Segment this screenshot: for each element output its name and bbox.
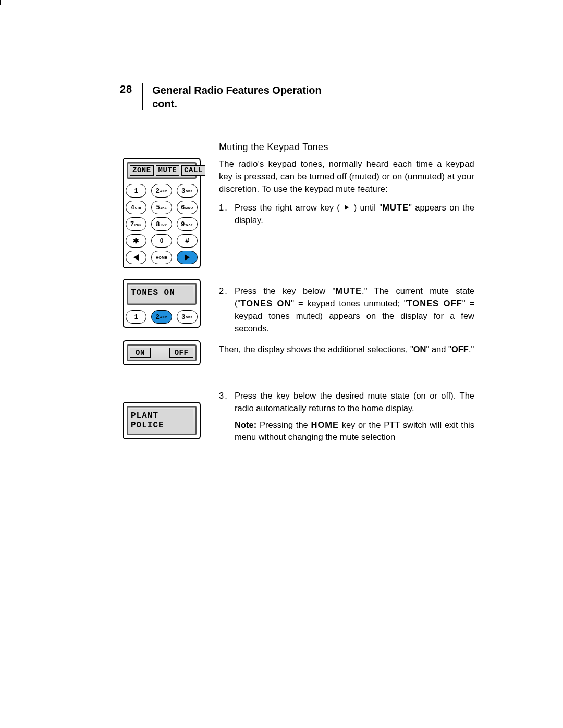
key-home[interactable]: HOME: [151, 251, 172, 264]
key-1-b[interactable]: 1: [126, 310, 146, 324]
key-8[interactable]: 8TUV: [151, 217, 172, 231]
key-4[interactable]: 4GHI: [126, 201, 146, 214]
step-2-num: 2.: [219, 285, 235, 335]
lcd-softkey-zone: ZONE: [130, 165, 154, 176]
key-2[interactable]: 2ABC: [151, 184, 172, 198]
device-illustration-1: ZONE MUTE CALL 1 2ABC 3DEF 4GHI 5JKL 6MN…: [123, 158, 201, 268]
lcd-screen-4: PLANT POLICE: [127, 406, 197, 435]
key-right-arrow[interactable]: [177, 251, 198, 264]
page-title: General Radio Features Operation cont.: [152, 83, 322, 110]
lcd-screen-1: ZONE MUTE CALL: [127, 162, 197, 179]
step-3-text: Press the key below the desired mute sta…: [235, 390, 474, 415]
lcd-screen-2: TONES ON: [127, 283, 197, 305]
step-1-text: Press the right arrow key ( ) until "MUT…: [235, 202, 474, 227]
step-2-text: Press the key below "MUTE." The current …: [235, 285, 474, 335]
header-divider: [142, 83, 143, 110]
key-0[interactable]: 0: [151, 234, 172, 248]
lcd-text-plant-police: PLANT POLICE: [130, 409, 193, 432]
key-star[interactable]: [126, 234, 146, 248]
left-arrow-icon: [133, 254, 139, 261]
key-9[interactable]: 9WXY: [177, 217, 198, 231]
key-7[interactable]: 7PRS: [126, 217, 146, 231]
key-3[interactable]: 3DEF: [177, 184, 198, 198]
key-6[interactable]: 6MNO: [177, 201, 198, 214]
key-hash[interactable]: [177, 234, 198, 248]
step-3: 3. Press the key below the desired mute …: [219, 390, 474, 415]
step-3-num: 3.: [219, 390, 235, 415]
step-1-num: 1.: [219, 202, 235, 227]
keypad-partial: 1 2ABC 3DEF: [127, 310, 197, 324]
device-illustration-4: PLANT POLICE: [123, 402, 201, 439]
note-label: Note:: [235, 420, 256, 429]
lcd-text-tones-on: TONES ON: [130, 286, 193, 302]
right-arrow-icon-inline: [345, 205, 349, 210]
page-number: 28: [120, 83, 142, 95]
lcd-softkey-on: ON: [130, 348, 151, 358]
device-illustration-2: TONES ON 1 2ABC 3DEF: [123, 279, 201, 328]
title-line-1: General Radio Features Operation: [152, 83, 322, 97]
section-subtitle: Muting the Keypad Tones: [219, 142, 474, 153]
device-illustration-3: ON OFF: [123, 340, 201, 365]
then-paragraph: Then, the display shows the additional s…: [219, 343, 474, 356]
step-1: 1. Press the right arrow key ( ) until "…: [219, 202, 474, 227]
lcd-softkey-call: CALL: [181, 165, 205, 176]
step-2: 2. Press the key below "MUTE." The curre…: [219, 285, 474, 335]
lcd-softkey-off: OFF: [169, 348, 193, 358]
crop-mark-top: [0, 0, 1, 5]
lcd-softkey-mute: MUTE: [156, 165, 180, 176]
page-header: 28 General Radio Features Operation cont…: [120, 83, 474, 110]
key-5[interactable]: 5JKL: [151, 201, 172, 214]
intro-paragraph: The radio's keypad tones, normally heard…: [219, 158, 474, 195]
lcd-screen-3: ON OFF: [127, 344, 197, 361]
key-3-b[interactable]: 3DEF: [177, 310, 198, 324]
keypad-full: 1 2ABC 3DEF 4GHI 5JKL 6MNO 7PRS 8TUV 9WX…: [127, 184, 197, 264]
note-home-key: HOME: [311, 420, 339, 429]
key-1[interactable]: 1: [126, 184, 146, 198]
key-left-arrow[interactable]: [126, 251, 146, 264]
note-paragraph: Note: Pressing the HOME key or the PTT s…: [235, 419, 474, 444]
title-line-2: cont.: [152, 97, 322, 110]
right-arrow-icon: [185, 254, 190, 261]
key-2-b[interactable]: 2ABC: [151, 310, 172, 324]
